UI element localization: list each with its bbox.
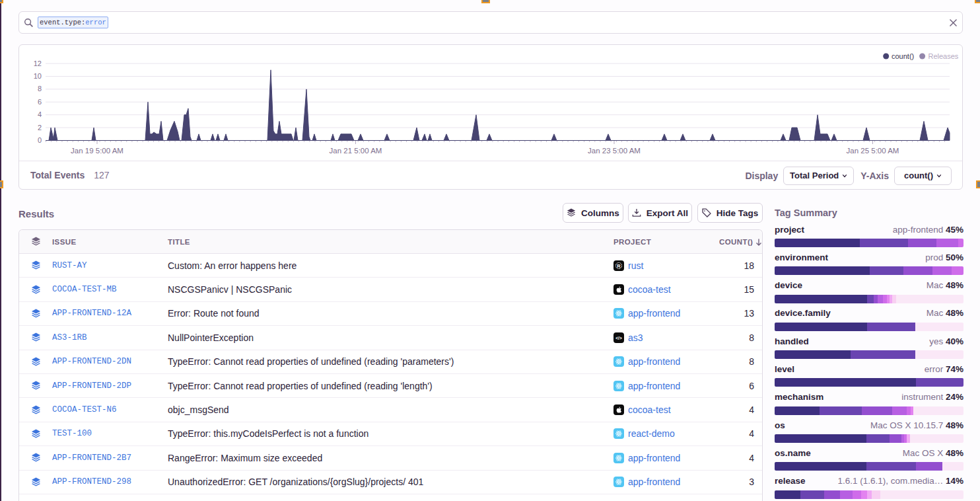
svg-text:count(): count() [892,52,914,60]
svg-text:Jan 25 5:00 AM: Jan 25 5:00 AM [847,147,899,155]
svg-text:6: 6 [38,98,42,106]
svg-text:0: 0 [38,136,42,144]
svg-text:Jan 21 5:00 AM: Jan 21 5:00 AM [330,147,382,155]
svg-text:Jan 19 5:00 AM: Jan 19 5:00 AM [71,147,123,155]
svg-text:12: 12 [34,59,42,67]
svg-text:4: 4 [38,110,42,118]
svg-text:Jan 23 5:00 AM: Jan 23 5:00 AM [588,147,641,155]
svg-text:2: 2 [38,124,42,132]
svg-text:</>: </> [615,335,622,340]
svg-text:R: R [617,262,621,268]
svg-text:8: 8 [38,85,42,93]
svg-text:Releases: Releases [928,52,959,60]
svg-text:10: 10 [34,72,42,80]
